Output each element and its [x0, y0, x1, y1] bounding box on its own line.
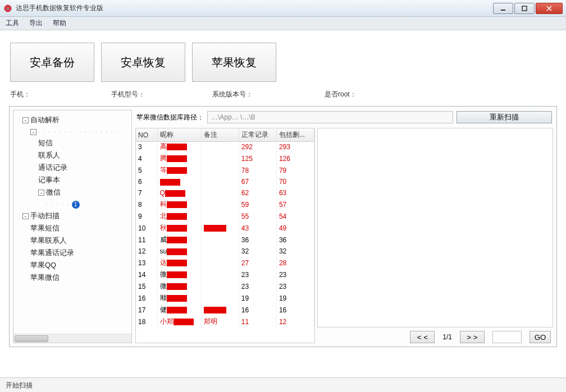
statusbar: 开始扫描 — [0, 377, 566, 392]
table-row[interactable]: 17健1616 — [136, 304, 314, 316]
main-buttons: 安卓备份 安卓恢复 苹果恢复 — [0, 30, 566, 87]
tree-apple-calllog[interactable]: 苹果通话记录 — [30, 248, 74, 257]
tree-auto[interactable]: 自动解析 — [30, 116, 60, 124]
menubar: 工具 导出 帮助 — [0, 17, 566, 30]
main-panel: -自动解析 -· · · · · · · · · · · · · · · · 短… — [9, 106, 557, 347]
table-row[interactable]: 66770 — [136, 176, 314, 187]
tree-notes[interactable]: 记事本 — [38, 176, 60, 184]
menu-help[interactable]: 帮助 — [53, 19, 66, 28]
table-row[interactable]: 15微2323 — [136, 280, 314, 292]
th-note[interactable]: 备注 — [201, 128, 239, 142]
page-indicator: 1/1 — [442, 333, 452, 341]
tree-sms[interactable]: 短信 — [38, 139, 53, 147]
menu-tools[interactable]: 工具 — [6, 19, 19, 28]
right-pane: 苹果微信数据库路径： 重新扫描 NO 昵称 备注 正常记录 包括删... — [135, 110, 553, 343]
tree-hscrollbar[interactable] — [13, 334, 131, 343]
svg-rect-2 — [522, 6, 527, 11]
device-info-row: 手机： 手机型号： 系统版本号： 是否root： — [0, 87, 566, 104]
next-page-button[interactable]: > > — [460, 331, 485, 343]
info-model: 手机型号： — [111, 90, 212, 99]
th-normal[interactable]: 正常记录 — [239, 128, 276, 142]
tree-toggle-sub[interactable]: - — [30, 129, 36, 135]
tree-apple-qq[interactable]: 苹果QQ — [30, 261, 56, 269]
db-path-input[interactable] — [207, 111, 453, 123]
tree-apple-contacts[interactable]: 苹果联系人 — [30, 236, 67, 245]
apple-restore-button[interactable]: 苹果恢复 — [192, 43, 276, 82]
detail-box — [317, 128, 553, 328]
menu-export[interactable]: 导出 — [29, 19, 43, 28]
close-button[interactable] — [536, 3, 563, 14]
tree-panel: -自动解析 -· · · · · · · · · · · · · · · · 短… — [13, 110, 132, 343]
table-row[interactable]: 10秋4349 — [136, 222, 314, 234]
table-row[interactable]: 18小郑郑明1112 — [136, 316, 314, 328]
path-label: 苹果微信数据库路径： — [136, 113, 204, 122]
table-row[interactable]: 3高292293 — [136, 141, 314, 153]
table-row[interactable]: 14微2323 — [136, 269, 314, 280]
android-restore-button[interactable]: 安卓恢复 — [101, 43, 185, 82]
pager: < < 1/1 > > GO — [317, 331, 553, 343]
rescan-button[interactable]: 重新扫描 — [457, 111, 552, 123]
th-no[interactable]: NO — [136, 128, 157, 142]
info-root: 是否root： — [325, 90, 426, 99]
table-row[interactable]: 11威3636 — [136, 234, 314, 246]
info-phone: 手机： — [10, 90, 111, 99]
tree-apple-sms[interactable]: 苹果短信 — [30, 224, 60, 232]
app-icon — [3, 4, 12, 13]
tree-toggle-auto[interactable]: - — [22, 117, 29, 123]
tree-toggle-manual[interactable]: - — [22, 213, 29, 219]
table-row[interactable]: 7Q6263 — [136, 187, 314, 199]
android-backup-button[interactable]: 安卓备份 — [10, 43, 94, 82]
scrollbar-thumb[interactable] — [15, 335, 48, 342]
data-area: NO 昵称 备注 正常记录 包括删... 3高2922934腾1251265等7… — [135, 128, 553, 343]
table-row[interactable]: 13达2728 — [136, 257, 314, 269]
table-row[interactable]: 12su3232 — [136, 246, 314, 257]
tree-wechat[interactable]: 微信 — [46, 188, 61, 196]
tree[interactable]: -自动解析 -· · · · · · · · · · · · · · · · 短… — [13, 110, 131, 334]
minimize-button[interactable] — [493, 3, 513, 14]
table-row[interactable]: 16顺1919 — [136, 292, 314, 304]
tree-toggle-wechat[interactable]: - — [38, 190, 44, 196]
window-title: 达思手机数据恢复软件专业版 — [16, 3, 103, 13]
th-nick[interactable]: 昵称 — [157, 128, 201, 142]
page-input[interactable] — [492, 331, 522, 343]
tree-wechat-sub[interactable]: · · · · · — [46, 200, 70, 208]
status-text: 开始扫描 — [6, 381, 33, 389]
table-row[interactable]: 9北5554 — [136, 210, 314, 222]
titlebar: 达思手机数据恢复软件专业版 — [0, 0, 566, 17]
tree-apple-wechat[interactable]: 苹果微信 — [30, 273, 60, 282]
tree-contacts[interactable]: 联系人 — [38, 151, 60, 159]
table-row[interactable]: 4腾125126 — [136, 153, 314, 164]
path-row: 苹果微信数据库路径： 重新扫描 — [135, 110, 553, 124]
th-deleted[interactable]: 包括删... — [276, 128, 314, 142]
window-controls — [493, 3, 563, 14]
table-row[interactable]: 5等7879 — [136, 164, 314, 176]
result-table[interactable]: NO 昵称 备注 正常记录 包括删... 3高2922934腾1251265等7… — [135, 128, 315, 343]
maximize-button[interactable] — [514, 3, 535, 14]
prev-page-button[interactable]: < < — [410, 331, 435, 343]
tree-badge: 1 — [72, 201, 80, 209]
go-button[interactable]: GO — [530, 331, 551, 343]
info-sysver: 系统版本号： — [212, 90, 325, 99]
table-row[interactable]: 8科5957 — [136, 199, 314, 210]
tree-manual[interactable]: 手动扫描 — [30, 211, 60, 220]
tree-calllog[interactable]: 通话记录 — [38, 163, 67, 172]
tree-blurry-node[interactable]: · · · · · · · · · · · · · · · · — [38, 127, 118, 136]
